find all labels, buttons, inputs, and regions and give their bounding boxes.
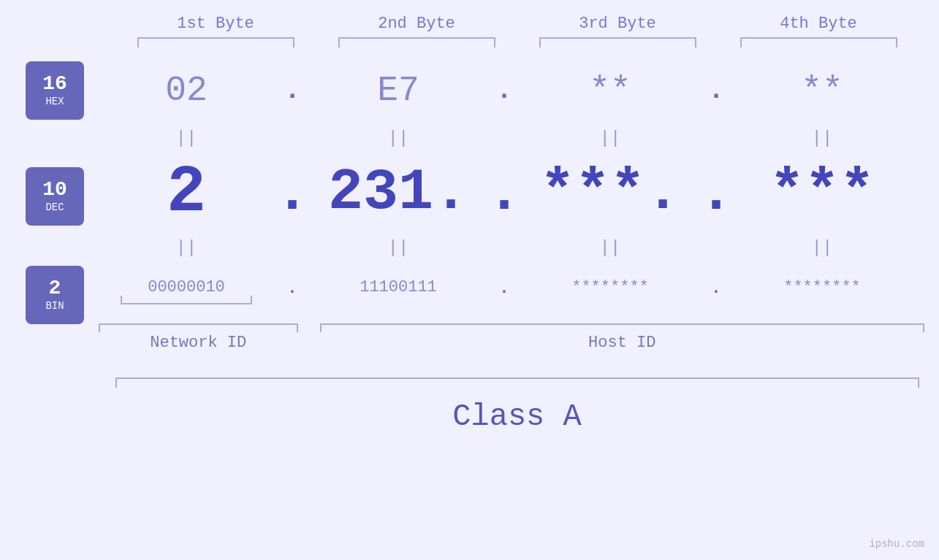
dec-cell-2: 231. [311, 164, 486, 222]
byte-header-4: 4th Byte [718, 15, 919, 33]
byte-header-1: 1st Byte [115, 15, 316, 33]
dec-row: 2 . 231. . ***. . *** [99, 153, 924, 233]
hex-cell-1: 02 [99, 73, 274, 108]
network-id-label: Network ID [99, 334, 298, 352]
eq-1-3: || [522, 129, 698, 148]
equals-row-1: || || || || [99, 123, 924, 153]
bin-cell-2: 11100111 [311, 280, 486, 296]
hex-cell-4: ** [734, 73, 910, 108]
bin-dot-2: . [486, 278, 522, 298]
equals-row-2: || || || || [99, 233, 924, 262]
eq-1-4: || [734, 129, 910, 148]
bin-dot-3: . [698, 278, 734, 298]
dec-cell-4: *** [734, 164, 910, 222]
bin-dot-1: . [274, 278, 311, 298]
bin-cell-1: 00000010 [99, 280, 274, 296]
hex-dot-3: . [698, 76, 734, 106]
eq-1-1: || [99, 129, 274, 148]
bin-badge: 2 BIN [26, 266, 84, 324]
hex-cell-3: ** [522, 73, 698, 108]
eq-2-4: || [734, 238, 910, 258]
dec-cell-1: 2 [99, 160, 274, 226]
hex-cell-2: E7 [311, 73, 486, 108]
dec-dot-2: . [486, 160, 522, 226]
eq-2-3: || [522, 238, 698, 258]
host-id-label: Host ID [320, 334, 925, 352]
dec-dot-3: . [698, 160, 734, 226]
bin-cell-3: ******** [522, 280, 698, 296]
byte-header-2: 2nd Byte [316, 15, 517, 33]
main-container: 1st Byte 2nd Byte 3rd Byte 4th Byte [0, 0, 939, 560]
hex-badge: 16 HEX [26, 61, 84, 120]
dec-cell-3: ***. [522, 164, 698, 222]
bin-row: 00000010 . 11100111 . ******** . **** [99, 262, 924, 313]
hex-row: 02 . E7 . ** . ** [99, 58, 924, 123]
byte-header-3: 3rd Byte [517, 15, 718, 33]
hex-dot-2: . [486, 76, 522, 106]
badges-column: 16 HEX 10 DEC 2 BIN [0, 58, 99, 375]
eq-2-2: || [311, 238, 486, 258]
bin-cell-4: ******** [734, 280, 910, 296]
class-label: Class A [115, 399, 919, 434]
eq-2-1: || [99, 238, 274, 258]
dec-dot-1: . [274, 160, 311, 226]
watermark: ipshu.com [869, 538, 924, 550]
dec-badge: 10 DEC [26, 167, 84, 226]
hex-dot-1: . [274, 76, 311, 106]
eq-1-2: || [311, 129, 486, 148]
